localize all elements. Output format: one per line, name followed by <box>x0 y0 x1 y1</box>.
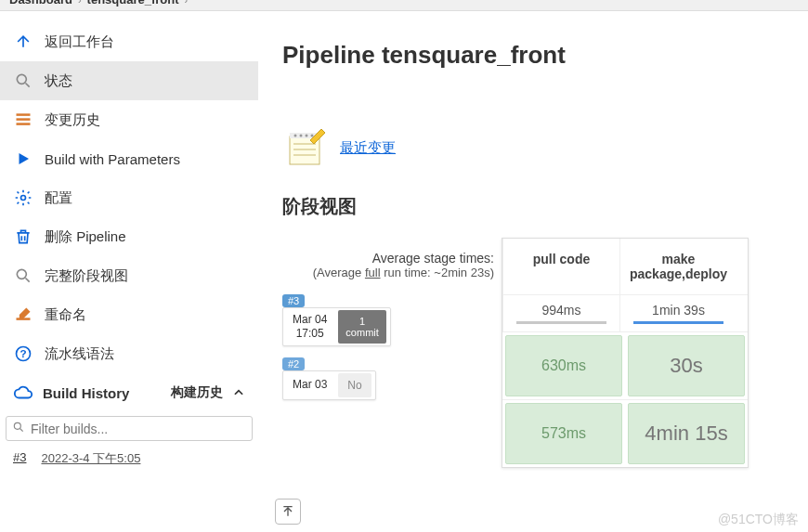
svg-point-15 <box>311 135 314 137</box>
svg-point-9 <box>14 422 20 429</box>
scroll-top-button[interactable] <box>275 499 301 525</box>
stage-header: make package,deploy <box>619 239 736 294</box>
sidebar-item-label: Build with Parameters <box>45 151 180 167</box>
build-row[interactable]: #2 Mar 03 No <box>282 356 502 400</box>
build-date: Mar 04 17:05 <box>287 311 332 344</box>
build-row[interactable]: #3 Mar 04 17:05 1 commit <box>282 292 502 346</box>
build-badge: #2 <box>282 357 305 370</box>
sidebar-item-full-stage[interactable]: 完整阶段视图 <box>0 256 258 295</box>
stage-cell[interactable]: 573ms <box>505 403 622 464</box>
build-history-header[interactable]: Build History 构建历史 <box>0 373 258 412</box>
stage-table: pull code make package,deploy 994ms 1min… <box>502 238 749 468</box>
sidebar-item-label: 返回工作台 <box>45 33 114 51</box>
sidebar: 返回工作台 状态 变更历史 Build with Parameters 配置 删… <box>0 22 258 532</box>
average-stage-times: Average stage times: (Average full run t… <box>282 238 502 287</box>
stage-avg-cell: 1min 39s <box>619 295 736 331</box>
sidebar-item-status[interactable]: 状态 <box>0 61 258 100</box>
stage-header: pull code <box>502 239 619 294</box>
commit-count: 1 commit <box>338 310 385 344</box>
svg-point-13 <box>300 135 303 137</box>
notepad-icon <box>282 125 327 170</box>
build-history-title: Build History <box>43 385 162 401</box>
play-icon <box>13 149 33 169</box>
sidebar-item-back[interactable]: 返回工作台 <box>0 22 258 61</box>
svg-rect-3 <box>17 123 31 125</box>
stage-view-title: 阶段视图 <box>282 194 784 219</box>
filter-builds-input[interactable] <box>31 422 246 436</box>
arrow-up-icon <box>280 504 295 519</box>
svg-point-5 <box>17 269 26 279</box>
sidebar-item-delete[interactable]: 删除 Pipeline <box>0 217 258 256</box>
breadcrumb-item[interactable]: tensquare_front <box>87 0 179 6</box>
stage-cell[interactable]: 4min 15s <box>628 403 745 464</box>
svg-text:?: ? <box>20 347 26 359</box>
stage-avg-cell: 994ms <box>502 295 619 331</box>
sidebar-item-label: 配置 <box>45 189 72 207</box>
gear-icon <box>13 188 33 208</box>
search-icon <box>13 266 33 286</box>
svg-point-4 <box>21 196 26 201</box>
search-icon <box>13 71 33 91</box>
breadcrumb-item[interactable]: Dashboard <box>9 0 72 6</box>
main-content: Pipeline tensquare_front 最近变更 阶段视图 Avera… <box>258 22 808 532</box>
filter-builds-box[interactable] <box>6 416 253 441</box>
cloud-icon <box>13 383 33 403</box>
build-number[interactable]: #3 <box>13 450 26 467</box>
sidebar-item-label: 状态 <box>45 72 72 90</box>
breadcrumb: Dashboard › tensquare_front › <box>0 0 808 11</box>
sidebar-item-label: 变更历史 <box>45 111 100 129</box>
chevron-up-icon <box>232 386 245 399</box>
chevron-right-icon: › <box>185 0 189 6</box>
no-changes-tag: No <box>338 373 371 397</box>
search-icon <box>12 421 25 436</box>
svg-rect-2 <box>17 118 31 120</box>
build-history-entry[interactable]: #3 2022-3-4 下午5:05 <box>0 445 258 473</box>
sidebar-item-syntax[interactable]: ? 流水线语法 <box>0 334 258 373</box>
list-icon <box>13 110 33 130</box>
watermark: @51CTO博客 <box>718 512 799 528</box>
build-time[interactable]: 2022-3-4 下午5:05 <box>41 450 140 467</box>
stage-cell[interactable]: 630ms <box>505 335 622 396</box>
build-badge: #3 <box>282 294 305 307</box>
svg-point-12 <box>294 135 297 137</box>
svg-point-14 <box>306 135 308 137</box>
sidebar-item-label: 完整阶段视图 <box>45 267 128 285</box>
trash-icon <box>13 227 33 247</box>
sidebar-item-rename[interactable]: 重命名 <box>0 295 258 334</box>
sidebar-item-label: 删除 Pipeline <box>45 228 126 246</box>
svg-rect-1 <box>17 113 31 116</box>
chevron-right-icon: › <box>78 0 82 6</box>
edit-icon <box>13 305 33 325</box>
recent-changes-link[interactable]: 最近变更 <box>340 139 396 157</box>
page-title: Pipeline tensquare_front <box>282 41 784 70</box>
sidebar-item-changes[interactable]: 变更历史 <box>0 100 258 139</box>
help-icon: ? <box>13 344 33 364</box>
build-history-subtitle: 构建历史 <box>171 384 223 401</box>
arrow-up-icon <box>13 32 33 52</box>
stage-cell[interactable]: 30s <box>628 335 745 396</box>
stage-view: Average stage times: (Average full run t… <box>282 238 784 468</box>
sidebar-item-configure[interactable]: 配置 <box>0 178 258 217</box>
sidebar-item-label: 流水线语法 <box>45 345 114 363</box>
svg-point-0 <box>17 74 26 84</box>
build-date: Mar 03 <box>287 376 332 395</box>
sidebar-item-label: 重命名 <box>45 306 86 324</box>
sidebar-item-build-params[interactable]: Build with Parameters <box>0 139 258 178</box>
recent-changes: 最近变更 <box>282 125 784 170</box>
